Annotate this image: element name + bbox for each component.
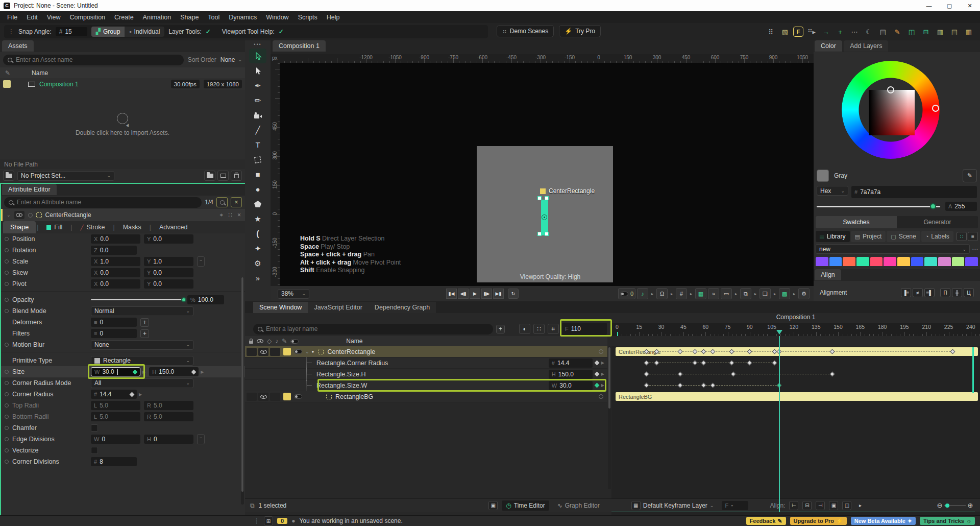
play-button[interactable]: ▶ xyxy=(470,289,480,299)
color-tab[interactable]: Color xyxy=(815,40,842,52)
asset-import-dropzone[interactable]: Double click here to import Assets. xyxy=(0,90,245,159)
arc-tool[interactable]: ( xyxy=(249,226,266,241)
attribute-search-input[interactable]: Enter an Attribute name xyxy=(4,197,202,208)
asset-row-composition[interactable]: Composition 1 30.00fps 1920 x 1080 xyxy=(0,78,245,90)
playhead-handle[interactable] xyxy=(776,330,782,334)
render-column-icon[interactable]: ◇ xyxy=(267,338,272,345)
anim-dot-icon[interactable]: ● xyxy=(312,349,314,354)
value-field[interactable]: L5.0 xyxy=(91,412,140,421)
clear-search-button[interactable]: × xyxy=(231,197,242,207)
color-swatch-9[interactable] xyxy=(938,257,951,266)
value-field[interactable]: Y0.0 xyxy=(144,279,193,289)
expand-tools[interactable]: » xyxy=(249,271,266,285)
value-field[interactable]: Y0.0 xyxy=(144,234,193,244)
attr-dropdown[interactable]: All⌄ xyxy=(91,378,193,388)
layer-color-swatch[interactable] xyxy=(283,393,291,400)
track-row-2[interactable] xyxy=(611,369,980,380)
menu-tool[interactable]: Tool xyxy=(204,12,224,22)
color-swatch-2[interactable] xyxy=(843,257,855,266)
value-field[interactable]: Y1.0 xyxy=(144,257,193,266)
text-tool[interactable]: T xyxy=(249,137,266,152)
keyframe-options-button[interactable]: ⌗ xyxy=(548,324,559,334)
keyframe-diamond-icon[interactable] xyxy=(594,361,599,366)
value-field[interactable]: X1.0 xyxy=(91,257,140,266)
value-field[interactable]: W30.0 xyxy=(549,381,593,390)
isolate-search-button[interactable] xyxy=(216,197,228,207)
next-keyframe-icon[interactable]: ▶ xyxy=(201,370,204,374)
library-tab-library[interactable]: 𝄙Library xyxy=(816,231,850,242)
value-field[interactable]: #8 xyxy=(91,457,137,466)
asset-search-input[interactable]: Enter an Asset name xyxy=(3,55,184,65)
align-keys-right-button[interactable]: ⊣ xyxy=(816,501,825,510)
menu-window[interactable]: Window xyxy=(262,12,292,22)
audio-toggle-icon[interactable]: ♪ xyxy=(637,288,648,299)
color-swatch-3[interactable] xyxy=(856,257,869,266)
keyframe-dot[interactable] xyxy=(5,259,9,264)
layer-color-swatch[interactable] xyxy=(283,348,291,355)
lasso-pen-icon[interactable]: ✎ xyxy=(891,26,903,38)
attr-tab-stroke[interactable]: ╱Stroke xyxy=(73,221,112,233)
try-pro-button[interactable]: ⚡Try Pro xyxy=(559,25,601,37)
attribute-name[interactable]: Rectangle.Size.W xyxy=(316,382,367,389)
lock-cell[interactable] xyxy=(247,393,257,401)
keyframe-dot[interactable] xyxy=(5,298,9,302)
color-swatch-0[interactable] xyxy=(816,257,828,266)
keyframe-diamond[interactable] xyxy=(654,361,659,366)
keyframe-diamond-icon[interactable] xyxy=(594,372,599,377)
dock-icon[interactable]: ▣ xyxy=(488,501,498,510)
alpha-slider[interactable] xyxy=(817,206,940,207)
sort-order-dropdown[interactable]: None⌄ xyxy=(220,56,242,63)
moon-icon[interactable]: ☾ xyxy=(863,26,875,38)
value-field[interactable]: W0 xyxy=(91,435,140,444)
tools-drag-handle[interactable]: ••• xyxy=(254,40,261,49)
layer-list-scrollbar[interactable] xyxy=(608,346,611,489)
menu-file[interactable]: File xyxy=(3,12,21,22)
go-to-start-button[interactable]: ▮◀ xyxy=(446,289,457,299)
record-keyframe-icon[interactable] xyxy=(599,394,603,399)
color-swatch-5[interactable] xyxy=(884,257,896,266)
saturation-value-square[interactable] xyxy=(869,90,915,135)
record-keyframe-icon[interactable] xyxy=(599,349,603,354)
align-right-button[interactable]: ≡▌ xyxy=(924,288,935,297)
menu-scripts[interactable]: Scripts xyxy=(294,12,322,22)
align-keys-left-button[interactable]: ⊢ xyxy=(789,501,798,510)
keyframe-dot[interactable] xyxy=(5,460,9,464)
keyframe-diamond[interactable] xyxy=(747,361,752,366)
value-field[interactable]: #14.4 xyxy=(91,390,137,399)
track-row-0[interactable]: CenterRectangle xyxy=(611,346,980,357)
keyframe-diamond[interactable] xyxy=(693,361,698,366)
expand-arrow-icon[interactable]: ▸ xyxy=(669,292,674,296)
snap-options-icon[interactable]: ⠛▸ xyxy=(805,26,818,38)
project-set-dropdown[interactable]: No Project Set...⌄ xyxy=(17,171,114,181)
swatches-tab[interactable]: Swatches xyxy=(816,216,897,228)
multi-select-icon[interactable]: ∷ xyxy=(228,211,232,219)
close-panel-icon[interactable]: × xyxy=(237,211,241,219)
visibility-toggle[interactable] xyxy=(14,211,24,219)
dots-grid-icon[interactable]: ⠿ xyxy=(765,26,777,38)
timeline-tab-dependency-graph[interactable]: Dependency Graph xyxy=(369,302,436,313)
add-layer-button[interactable]: + xyxy=(496,325,505,333)
collapse-chevron-icon[interactable]: ⌄ xyxy=(7,212,11,218)
keyframe-diamond[interactable] xyxy=(829,372,835,377)
keyframe-layer-dropdown[interactable]: ▦Default Keyframe Layer⌄ xyxy=(627,500,718,511)
expand-arrow-icon[interactable]: ▸ xyxy=(772,292,777,296)
close-button[interactable]: ✕ xyxy=(960,0,980,11)
keyframe-dot[interactable] xyxy=(5,426,9,430)
keyframe-dot[interactable] xyxy=(5,237,9,241)
keyframe-dot[interactable] xyxy=(5,282,9,286)
layer-row-rectangle-corner-radius[interactable]: Rectangle.Corner Radius#14.4▶ xyxy=(245,357,607,369)
keyframe-dot[interactable] xyxy=(5,309,9,313)
transform-tool[interactable] xyxy=(249,152,266,167)
color-swatch-10[interactable] xyxy=(952,257,965,266)
timeline-tab-scene-window[interactable]: Scene Window xyxy=(253,302,308,313)
expand-arrow-icon[interactable]: ▸ xyxy=(753,292,758,296)
viewport-tool-help-checkbox[interactable]: ✓ xyxy=(279,28,284,35)
color-swatch-4[interactable] xyxy=(870,257,883,266)
keyframe-dot[interactable] xyxy=(5,403,9,408)
keyframe-diamond-icon[interactable] xyxy=(594,383,599,388)
toggle-column-icon[interactable] xyxy=(290,339,299,344)
menu-help[interactable]: Help xyxy=(323,12,344,22)
layer-row-rectanglebg[interactable]: RectangleBG xyxy=(245,391,607,402)
add-layers-tab[interactable]: Add Layers xyxy=(844,40,888,52)
menu-view[interactable]: View xyxy=(43,12,65,22)
